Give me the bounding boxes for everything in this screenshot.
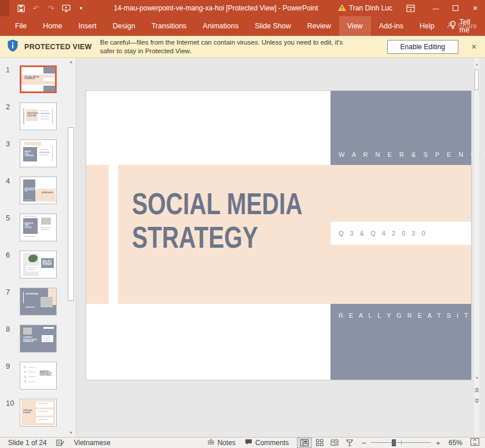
mini-shape <box>24 380 25 383</box>
thumbnail-preview[interactable]: WHO WE ARE AS A COMPANY <box>20 251 57 278</box>
mini-shape <box>52 108 53 124</box>
mini-shape <box>41 218 51 225</box>
tab-animations[interactable]: Animations <box>194 16 247 36</box>
mini-shape <box>43 339 50 339</box>
slide-thumbnail-6[interactable]: 6WHO WE ARE AS A COMPANY <box>0 251 67 278</box>
tab-add-ins[interactable]: Add-ins <box>371 16 411 36</box>
spell-check-icon[interactable] <box>52 439 69 447</box>
mini-text: WHO WE ARE AS A COMPANY <box>42 260 52 266</box>
slide-thumbnail-7[interactable]: 7OUR BRAND <box>0 288 67 315</box>
slide-sorter-view-button[interactable] <box>312 438 327 448</box>
thumbnail-number: 2 <box>6 102 10 111</box>
thumbnail-number: 9 <box>6 362 10 370</box>
zoom-out-button[interactable]: − <box>361 439 368 447</box>
mini-shape <box>41 297 53 307</box>
previous-slide-icon[interactable] <box>474 385 480 395</box>
zoom-slider-handle[interactable] <box>392 439 396 446</box>
language-indicator[interactable]: Vietnamese <box>69 439 115 447</box>
thumbnail-preview[interactable]: PROPOSAL OUTLINE <box>20 102 57 130</box>
mini-shape <box>23 292 24 303</box>
zoom-level[interactable]: 65% <box>445 439 462 447</box>
mini-shape <box>39 155 48 155</box>
minimize-button[interactable]: — <box>426 0 446 16</box>
scroll-down-icon[interactable]: ▼ <box>67 429 75 437</box>
thumbnail-preview[interactable]: OUR BRAND <box>20 288 57 315</box>
fit-slide-to-window-button[interactable] <box>471 438 479 447</box>
canvas-scroll-up-icon[interactable]: ▲ <box>474 60 480 68</box>
scroll-up-icon[interactable]: ▲ <box>67 58 75 66</box>
tab-view[interactable]: View <box>339 16 371 36</box>
account-user[interactable]: Tran Dinh Luc <box>338 4 392 12</box>
mini-shape <box>41 229 49 230</box>
slide-thumbnail-10[interactable]: 10CRITICAL POINTS <box>0 399 67 426</box>
slide-thumbnail-5[interactable]: 5MISSION AND VISION <box>0 214 67 241</box>
zoom-slider[interactable] <box>371 438 431 448</box>
mini-shape <box>41 111 49 111</box>
slide-peach-left-strip[interactable] <box>86 165 109 304</box>
slide-date-box[interactable]: Q 3 & Q 4 2 0 3 0 <box>330 222 471 245</box>
slide-title-text[interactable]: SOCIAL MEDIA STRATEGY <box>132 187 302 254</box>
thumbnail-preview[interactable]: SOCIAL MEDIA STRATEGY <box>20 65 57 93</box>
slide-thumbnail-1[interactable]: 1SOCIAL MEDIA STRATEGY <box>0 65 67 93</box>
customize-qat-dropdown-icon[interactable]: ▾ <box>74 2 88 14</box>
thumbnail-preview[interactable]: CRITICAL POINTS <box>20 399 57 427</box>
scrollbar-thumb[interactable] <box>68 127 74 301</box>
thumbnail-preview[interactable]: MISSION AND VISION <box>20 214 57 241</box>
maximize-button[interactable] <box>446 0 465 16</box>
slide-thumbnail-3[interactable]: 3ABOUT THE COMPANY <box>0 139 67 167</box>
thumbnail-panel-scrollbar[interactable]: ▲ ▼ <box>67 58 75 437</box>
start-slideshow-icon[interactable] <box>59 2 73 14</box>
close-button[interactable]: ✕ <box>465 0 485 16</box>
slide-counter[interactable]: Slide 1 of 24 <box>0 439 52 447</box>
mini-shape <box>38 419 49 420</box>
mini-shape <box>24 371 25 373</box>
canvas-scroll-down-icon[interactable]: ▼ <box>474 374 480 382</box>
thumbnail-number: 3 <box>6 139 10 148</box>
mini-shape <box>41 116 49 116</box>
mini-shape <box>43 86 55 91</box>
mini-text: WORKSHOP <box>42 192 54 194</box>
notes-toggle[interactable]: Notes <box>203 439 240 447</box>
save-icon[interactable] <box>14 2 28 14</box>
thumbnail-preview[interactable]: WARNER & SPENCER IN A NUTSHELL <box>20 362 57 390</box>
thumbnail-number: 1 <box>6 65 10 74</box>
mini-shape <box>43 327 54 329</box>
slide-thumbnail-2[interactable]: 2PROPOSAL OUTLINE <box>0 102 67 130</box>
reading-view-button[interactable] <box>327 438 342 448</box>
share-person-icon <box>447 21 454 31</box>
view-shortcuts <box>297 438 357 448</box>
tab-help[interactable]: Help <box>411 16 443 36</box>
mini-shape <box>36 417 53 423</box>
comments-toggle[interactable]: Comments <box>240 439 293 447</box>
slide-1-editing-area[interactable]: W A R N E R & S P E N C E R SOCIAL MEDIA… <box>86 91 471 380</box>
banner-close-icon[interactable]: ✕ <box>469 43 479 51</box>
thumbnail-preview[interactable]: CURRENT SOCIAL MEDIA PRESENCE <box>20 325 57 352</box>
tab-review[interactable]: Review <box>299 16 339 36</box>
thumbnail-number: 8 <box>6 325 10 333</box>
protected-view-label: PROTECTED VIEW <box>24 43 92 51</box>
tab-design[interactable]: Design <box>105 16 144 36</box>
tab-file[interactable]: File <box>7 16 35 36</box>
canvas-scrollbar[interactable]: ▲ ▼ <box>473 58 479 437</box>
enable-editing-button[interactable]: Enable Editing <box>387 40 458 54</box>
next-slide-icon[interactable] <box>474 396 480 405</box>
ribbon-display-options-icon[interactable] <box>401 0 420 16</box>
slide-gray-bottom-box[interactable]: R E A L L Y G R E A T S I T E . C O M <box>330 304 471 380</box>
tab-insert[interactable]: Insert <box>71 16 105 36</box>
share-label: Share <box>458 22 477 30</box>
thumbnail-preview[interactable]: QUOTEWORKSHOP <box>20 177 57 204</box>
canvas-scrollbar-thumb[interactable] <box>475 69 479 90</box>
slide-thumbnail-9[interactable]: 9WARNER & SPENCER IN A NUTSHELL <box>0 362 67 389</box>
slide-thumbnail-8[interactable]: 8CURRENT SOCIAL MEDIA PRESENCE <box>0 325 67 352</box>
slide-gray-top-box[interactable]: W A R N E R & S P E N C E R <box>330 91 471 165</box>
slide-thumbnail-4[interactable]: 4QUOTEWORKSHOP <box>0 177 67 204</box>
mini-shape <box>23 328 32 335</box>
zoom-in-button[interactable]: + <box>435 439 442 447</box>
shield-info-icon <box>7 39 19 54</box>
normal-view-button[interactable] <box>297 438 312 448</box>
tab-slide-show[interactable]: Slide Show <box>247 16 299 36</box>
slideshow-view-button[interactable] <box>342 438 357 448</box>
thumbnail-preview[interactable]: ABOUT THE COMPANY <box>20 139 57 167</box>
tab-home[interactable]: Home <box>35 16 70 36</box>
tab-transitions[interactable]: Transitions <box>144 16 195 36</box>
